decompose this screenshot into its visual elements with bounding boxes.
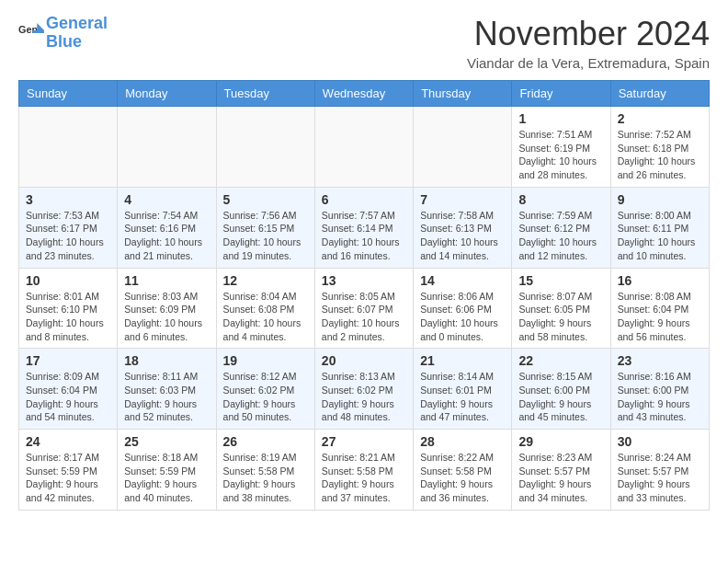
calendar-cell: 25Sunrise: 8:18 AM Sunset: 5:59 PM Dayli… xyxy=(118,430,216,511)
day-info: Sunrise: 8:13 AM Sunset: 6:02 PM Dayligh… xyxy=(322,370,406,424)
calendar-cell: 6Sunrise: 7:57 AM Sunset: 6:14 PM Daylig… xyxy=(314,187,413,268)
day-info: Sunrise: 7:59 AM Sunset: 6:12 PM Dayligh… xyxy=(518,209,603,263)
weekday-header-monday: Monday xyxy=(118,81,216,107)
calendar-week-1: 1Sunrise: 7:51 AM Sunset: 6:19 PM Daylig… xyxy=(19,107,710,188)
calendar-cell: 27Sunrise: 8:21 AM Sunset: 5:58 PM Dayli… xyxy=(314,430,413,511)
calendar-week-4: 17Sunrise: 8:09 AM Sunset: 6:04 PM Dayli… xyxy=(19,349,710,430)
header: Gen General Blue November 2024 Viandar d… xyxy=(18,15,710,71)
calendar-cell: 22Sunrise: 8:15 AM Sunset: 6:00 PM Dayli… xyxy=(512,349,610,430)
day-info: Sunrise: 8:11 AM Sunset: 6:03 PM Dayligh… xyxy=(124,370,209,424)
logo: Gen General Blue xyxy=(18,15,108,52)
calendar-cell: 8Sunrise: 7:59 AM Sunset: 6:12 PM Daylig… xyxy=(512,187,610,268)
calendar-week-5: 24Sunrise: 8:17 AM Sunset: 5:59 PM Dayli… xyxy=(19,430,710,511)
day-info: Sunrise: 8:07 AM Sunset: 6:05 PM Dayligh… xyxy=(518,290,603,344)
day-info: Sunrise: 7:53 AM Sunset: 6:17 PM Dayligh… xyxy=(26,209,110,263)
logo-blue: Blue xyxy=(46,32,82,51)
title-section: November 2024 Viandar de la Vera, Extrem… xyxy=(467,15,710,71)
day-number: 18 xyxy=(124,353,209,368)
day-number: 1 xyxy=(518,111,603,126)
day-number: 16 xyxy=(618,273,702,288)
day-number: 4 xyxy=(124,192,209,207)
day-number: 8 xyxy=(518,192,603,207)
weekday-header-friday: Friday xyxy=(512,81,610,107)
day-number: 7 xyxy=(420,192,505,207)
calendar-body: 1Sunrise: 7:51 AM Sunset: 6:19 PM Daylig… xyxy=(19,107,710,511)
day-info: Sunrise: 8:14 AM Sunset: 6:01 PM Dayligh… xyxy=(420,370,505,424)
day-number: 14 xyxy=(420,273,505,288)
calendar-cell: 17Sunrise: 8:09 AM Sunset: 6:04 PM Dayli… xyxy=(19,349,118,430)
calendar-cell: 10Sunrise: 8:01 AM Sunset: 6:10 PM Dayli… xyxy=(19,268,118,349)
calendar-cell: 3Sunrise: 7:53 AM Sunset: 6:17 PM Daylig… xyxy=(19,187,118,268)
logo-text: General Blue xyxy=(46,15,108,52)
day-info: Sunrise: 8:15 AM Sunset: 6:00 PM Dayligh… xyxy=(518,370,603,424)
day-number: 20 xyxy=(322,353,406,368)
day-info: Sunrise: 8:19 AM Sunset: 5:58 PM Dayligh… xyxy=(223,451,308,505)
day-number: 6 xyxy=(322,192,406,207)
day-info: Sunrise: 8:21 AM Sunset: 5:58 PM Dayligh… xyxy=(322,451,406,505)
calendar-cell: 30Sunrise: 8:24 AM Sunset: 5:57 PM Dayli… xyxy=(610,430,709,511)
calendar-cell: 5Sunrise: 7:56 AM Sunset: 6:15 PM Daylig… xyxy=(216,187,314,268)
day-number: 30 xyxy=(618,434,702,449)
day-number: 25 xyxy=(124,434,209,449)
calendar-cell: 13Sunrise: 8:05 AM Sunset: 6:07 PM Dayli… xyxy=(314,268,413,349)
month-title: November 2024 xyxy=(467,15,710,53)
calendar-cell xyxy=(118,107,216,188)
day-info: Sunrise: 7:51 AM Sunset: 6:19 PM Dayligh… xyxy=(518,128,603,182)
calendar-cell: 29Sunrise: 8:23 AM Sunset: 5:57 PM Dayli… xyxy=(512,430,610,511)
day-info: Sunrise: 8:05 AM Sunset: 6:07 PM Dayligh… xyxy=(322,290,406,344)
day-number: 21 xyxy=(420,353,505,368)
calendar-cell: 14Sunrise: 8:06 AM Sunset: 6:06 PM Dayli… xyxy=(414,268,512,349)
svg-text:Gen: Gen xyxy=(18,24,38,35)
calendar-week-3: 10Sunrise: 8:01 AM Sunset: 6:10 PM Dayli… xyxy=(19,268,710,349)
day-info: Sunrise: 8:12 AM Sunset: 6:02 PM Dayligh… xyxy=(223,370,308,424)
calendar-cell xyxy=(19,107,118,188)
calendar-cell: 12Sunrise: 8:04 AM Sunset: 6:08 PM Dayli… xyxy=(216,268,314,349)
day-info: Sunrise: 8:17 AM Sunset: 5:59 PM Dayligh… xyxy=(26,451,110,505)
day-info: Sunrise: 7:56 AM Sunset: 6:15 PM Dayligh… xyxy=(223,209,308,263)
day-info: Sunrise: 8:04 AM Sunset: 6:08 PM Dayligh… xyxy=(223,290,308,344)
calendar-header: SundayMondayTuesdayWednesdayThursdayFrid… xyxy=(19,81,710,107)
weekday-header-thursday: Thursday xyxy=(414,81,512,107)
logo-icon: Gen xyxy=(18,20,44,46)
calendar-cell: 15Sunrise: 8:07 AM Sunset: 6:05 PM Dayli… xyxy=(512,268,610,349)
page-container: Gen General Blue November 2024 Viandar d… xyxy=(0,0,728,525)
day-info: Sunrise: 7:58 AM Sunset: 6:13 PM Dayligh… xyxy=(420,209,505,263)
calendar-cell: 28Sunrise: 8:22 AM Sunset: 5:58 PM Dayli… xyxy=(414,430,512,511)
day-info: Sunrise: 8:06 AM Sunset: 6:06 PM Dayligh… xyxy=(420,290,505,344)
day-number: 12 xyxy=(223,273,308,288)
day-info: Sunrise: 8:23 AM Sunset: 5:57 PM Dayligh… xyxy=(518,451,603,505)
day-info: Sunrise: 7:54 AM Sunset: 6:16 PM Dayligh… xyxy=(124,209,209,263)
day-number: 10 xyxy=(26,273,110,288)
day-info: Sunrise: 8:18 AM Sunset: 5:59 PM Dayligh… xyxy=(124,451,209,505)
day-number: 2 xyxy=(618,111,702,126)
day-info: Sunrise: 8:16 AM Sunset: 6:00 PM Dayligh… xyxy=(618,370,702,424)
calendar-cell: 7Sunrise: 7:58 AM Sunset: 6:13 PM Daylig… xyxy=(414,187,512,268)
day-number: 29 xyxy=(518,434,603,449)
day-number: 22 xyxy=(518,353,603,368)
day-info: Sunrise: 8:00 AM Sunset: 6:11 PM Dayligh… xyxy=(618,209,702,263)
day-info: Sunrise: 8:01 AM Sunset: 6:10 PM Dayligh… xyxy=(26,290,110,344)
calendar-cell xyxy=(414,107,512,188)
calendar: SundayMondayTuesdayWednesdayThursdayFrid… xyxy=(18,80,710,511)
calendar-cell: 20Sunrise: 8:13 AM Sunset: 6:02 PM Dayli… xyxy=(314,349,413,430)
calendar-cell: 1Sunrise: 7:51 AM Sunset: 6:19 PM Daylig… xyxy=(512,107,610,188)
calendar-cell: 19Sunrise: 8:12 AM Sunset: 6:02 PM Dayli… xyxy=(216,349,314,430)
day-info: Sunrise: 8:22 AM Sunset: 5:58 PM Dayligh… xyxy=(420,451,505,505)
calendar-cell: 9Sunrise: 8:00 AM Sunset: 6:11 PM Daylig… xyxy=(610,187,709,268)
day-number: 28 xyxy=(420,434,505,449)
day-number: 23 xyxy=(618,353,702,368)
day-number: 9 xyxy=(618,192,702,207)
day-info: Sunrise: 7:57 AM Sunset: 6:14 PM Dayligh… xyxy=(322,209,406,263)
weekday-header-sunday: Sunday xyxy=(19,81,118,107)
svg-marker-1 xyxy=(37,23,44,30)
calendar-cell xyxy=(216,107,314,188)
day-number: 27 xyxy=(322,434,406,449)
calendar-cell: 11Sunrise: 8:03 AM Sunset: 6:09 PM Dayli… xyxy=(118,268,216,349)
day-number: 15 xyxy=(518,273,603,288)
calendar-cell: 23Sunrise: 8:16 AM Sunset: 6:00 PM Dayli… xyxy=(610,349,709,430)
day-info: Sunrise: 7:52 AM Sunset: 6:18 PM Dayligh… xyxy=(618,128,702,182)
calendar-cell: 2Sunrise: 7:52 AM Sunset: 6:18 PM Daylig… xyxy=(610,107,709,188)
day-info: Sunrise: 8:03 AM Sunset: 6:09 PM Dayligh… xyxy=(124,290,209,344)
location: Viandar de la Vera, Extremadura, Spain xyxy=(467,55,710,71)
svg-rect-2 xyxy=(33,30,44,33)
